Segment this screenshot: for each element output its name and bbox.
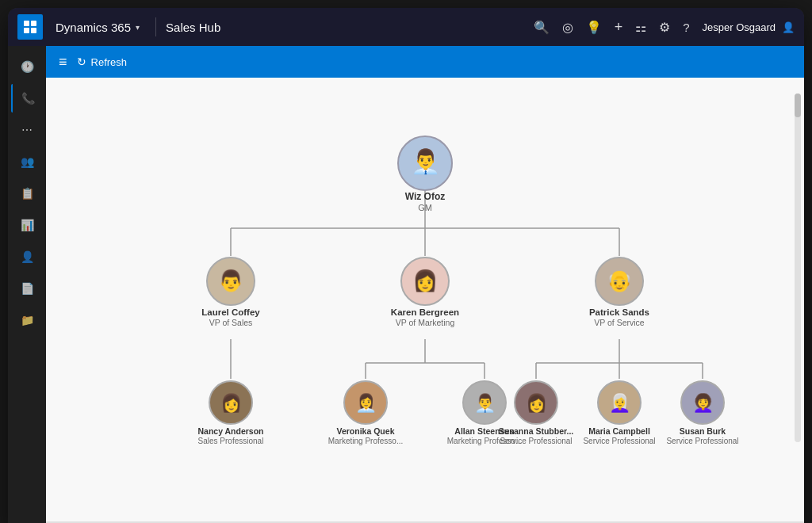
svg-text:Susanna Stubber...: Susanna Stubber... xyxy=(499,426,574,436)
toolbar-menu-button[interactable]: ≡ xyxy=(56,51,71,74)
node-nancy-anderson[interactable]: 👩 Nancy Anderson Sales Professional xyxy=(197,381,263,445)
svg-text:Maria Campbell: Maria Campbell xyxy=(588,426,650,436)
refresh-label: Refresh xyxy=(91,56,128,68)
svg-text:👩‍💼: 👩‍💼 xyxy=(355,392,377,414)
nav-divider xyxy=(155,17,156,36)
sidebar-item-files[interactable]: 📁 xyxy=(11,306,43,334)
refresh-button[interactable]: ↻ Refresh xyxy=(77,55,128,68)
vertical-scrollbar[interactable] xyxy=(795,94,801,442)
node-susan-burk[interactable]: 👩‍🦱 Susan Burk Service Professional xyxy=(666,381,738,445)
settings-icon[interactable]: ⚙ xyxy=(659,20,670,35)
node-veronika-quek[interactable]: 👩‍💼 Veronika Quek Marketing Professo... xyxy=(328,381,403,445)
app-title[interactable]: Dynamics 365 ▾ xyxy=(49,21,146,34)
vertical-scrollbar-thumb xyxy=(795,94,801,117)
svg-text:Nancy Anderson: Nancy Anderson xyxy=(197,426,263,436)
sidebar-item-contacts[interactable]: 👥 xyxy=(11,147,43,176)
top-nav: Dynamics 365 ▾ Sales Hub 🔍 ◎ 💡 + ⚏ ⚙ ? J… xyxy=(8,8,804,46)
svg-text:Karen Bergreen: Karen Bergreen xyxy=(391,307,459,317)
sidebar-item-activities[interactable]: 📋 xyxy=(11,179,43,208)
sidebar-item-calls[interactable]: 📞 xyxy=(11,84,43,113)
content-area: ≡ ↻ Refresh xyxy=(46,46,804,523)
svg-text:👴: 👴 xyxy=(607,268,633,293)
refresh-icon: ↻ xyxy=(77,55,86,68)
lightbulb-icon[interactable]: 💡 xyxy=(586,20,602,35)
svg-text:Service Professional: Service Professional xyxy=(666,437,738,445)
svg-text:👩‍🦱: 👩‍🦱 xyxy=(692,392,714,414)
svg-text:👩: 👩 xyxy=(412,268,439,293)
toolbar: ≡ ↻ Refresh xyxy=(46,46,804,78)
svg-text:👨: 👨 xyxy=(218,268,244,293)
svg-text:👩‍🦳: 👩‍🦳 xyxy=(609,392,631,414)
root-title: GM xyxy=(418,203,432,212)
org-chart-container[interactable]: 👨‍💼 Wiz Ofoz GM 👨 Laurel Coffey VP of Sa… xyxy=(46,78,804,521)
sales-hub-label: Sales Hub xyxy=(166,21,220,34)
svg-text:Susan Burk: Susan Burk xyxy=(680,426,726,436)
add-icon[interactable]: + xyxy=(615,19,623,36)
app-grid-button[interactable] xyxy=(17,14,43,40)
sidebar-item-more[interactable]: ⋯ xyxy=(11,116,43,144)
svg-text:VP of Sales: VP of Sales xyxy=(209,318,253,327)
svg-text:👨‍💼: 👨‍💼 xyxy=(474,392,496,414)
svg-text:VP of Marketing: VP of Marketing xyxy=(396,318,455,327)
node-susanna-stubber[interactable]: 👩 Susanna Stubber... Service Professiona… xyxy=(499,381,574,445)
nav-icons: 🔍 ◎ 💡 + ⚏ ⚙ ? xyxy=(534,19,690,36)
main-layout: 🕐 📞 ⋯ 👥 📋 📊 👤 📄 📁 ≡ ↻ Refresh xyxy=(8,46,804,523)
node-karen-bergreen[interactable]: 👩 Karen Bergreen VP of Marketing xyxy=(391,258,459,327)
root-name: Wiz Ofoz xyxy=(405,191,446,202)
filter-icon[interactable]: ⚏ xyxy=(635,20,646,35)
svg-text:👩: 👩 xyxy=(220,392,243,414)
user-section[interactable]: Jesper Osgaard 👤 xyxy=(703,21,795,33)
dynamics-title: Dynamics 365 xyxy=(56,21,131,34)
search-icon[interactable]: 🔍 xyxy=(534,20,550,35)
svg-text:VP of Service: VP of Service xyxy=(594,318,645,327)
svg-text:Sales Professional: Sales Professional xyxy=(198,437,264,445)
sidebar-item-accounts[interactable]: 👤 xyxy=(11,242,43,271)
svg-text:Patrick Sands: Patrick Sands xyxy=(589,307,649,317)
target-icon[interactable]: ◎ xyxy=(562,20,573,35)
svg-text:Veronika Quek: Veronika Quek xyxy=(337,426,395,436)
node-laurel-coffey[interactable]: 👨 Laurel Coffey VP of Sales xyxy=(201,258,260,327)
svg-text:Laurel Coffey: Laurel Coffey xyxy=(201,307,260,317)
svg-text:👩: 👩 xyxy=(526,392,548,414)
sidebar-item-recent[interactable]: 🕐 xyxy=(11,52,43,81)
sidebar: 🕐 📞 ⋯ 👥 📋 📊 👤 📄 📁 xyxy=(8,46,46,523)
app-chevron: ▾ xyxy=(136,23,140,32)
svg-text:Service Professional: Service Professional xyxy=(500,437,572,445)
org-tree-svg: 👨‍💼 Wiz Ofoz GM 👨 Laurel Coffey VP of Sa… xyxy=(84,109,766,506)
svg-text:👨‍💼: 👨‍💼 xyxy=(411,147,441,176)
svg-text:Marketing Professo...: Marketing Professo... xyxy=(328,437,403,445)
user-name: Jesper Osgaard xyxy=(703,21,776,33)
sidebar-item-dashboard[interactable]: 📊 xyxy=(11,211,43,239)
device-frame: Dynamics 365 ▾ Sales Hub 🔍 ◎ 💡 + ⚏ ⚙ ? J… xyxy=(8,8,804,523)
sidebar-item-documents[interactable]: 📄 xyxy=(11,274,43,303)
node-patrick-sands[interactable]: 👴 Patrick Sands VP of Service xyxy=(589,258,649,327)
node-maria-campbell[interactable]: 👩‍🦳 Maria Campbell Service Professional xyxy=(583,381,655,445)
grid-icon xyxy=(24,21,36,33)
help-icon[interactable]: ? xyxy=(683,21,689,34)
node-wiz-ofoz[interactable]: 👨‍💼 Wiz Ofoz GM xyxy=(398,136,452,212)
org-chart: 👨‍💼 Wiz Ofoz GM 👨 Laurel Coffey VP of Sa… xyxy=(62,94,788,521)
user-icon: 👤 xyxy=(782,21,795,33)
svg-text:Service Professional: Service Professional xyxy=(583,437,655,445)
